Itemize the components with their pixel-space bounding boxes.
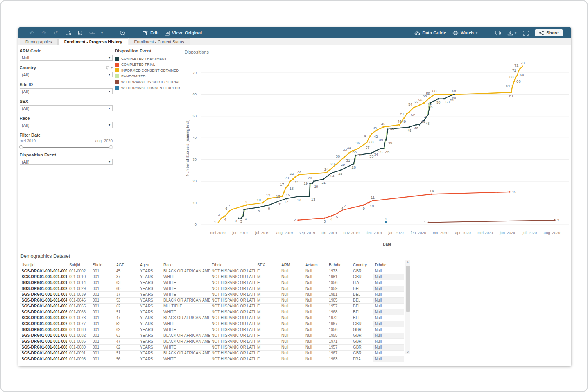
table-row[interactable]: SGS-DRG01-001-001-0014001-001400163YEARS… [20,280,404,286]
edit-button[interactable]: Edit [143,31,159,36]
redo-icon[interactable]: ↷ [41,30,47,36]
data-point-completed-treatment[interactable] [240,217,242,219]
data-point-informed-consent-obtained[interactable] [231,209,233,210]
data-point-informed-consent-obtained[interactable] [283,191,285,193]
fullscreen-icon[interactable] [523,30,529,36]
table-row[interactable]: SGS-DRG01-001-001-0077001-007700152YEARS… [20,321,404,327]
data-point-informed-consent-obtained[interactable] [511,92,512,93]
data-point-completed-treatment[interactable] [419,124,420,126]
data-point-informed-consent-obtained[interactable] [403,117,405,119]
data-point-completed-treatment[interactable] [448,96,449,97]
column-header-ageu[interactable]: Ageu [138,262,161,268]
table-row[interactable]: SGS-DRG01-001-001-0029001-002900160YEARS… [20,286,404,292]
tab-enrollment-progress-history[interactable]: Enrollment - Progress History [58,38,128,45]
scroll-up-icon[interactable]: ∧ [405,260,410,264]
data-point-informed-consent-obtained[interactable] [285,187,287,189]
comment-icon[interactable] [495,30,501,36]
data-point-completed-treatment[interactable] [332,172,333,173]
data-point-completed-treatment[interactable] [380,148,381,149]
filter-country-dropdown[interactable]: (All)▾ [20,72,113,77]
data-point-informed-consent-obtained[interactable] [515,76,517,78]
data-point-informed-consent-obtained[interactable] [382,126,384,128]
data-point-withdrawal-by-subject-trial[interactable] [428,222,429,223]
data-point-informed-consent-obtained[interactable] [522,65,523,67]
table-row[interactable]: SGS-DRG01-001-001-0073001-007300147YEARS… [20,315,404,321]
data-point-informed-consent-obtained[interactable] [518,70,520,72]
data-point-completed-treatment[interactable] [355,155,356,156]
data-point-completed-trial[interactable] [372,200,373,201]
chevron-down-icon[interactable]: ▾ [111,66,113,70]
data-point-completed-treatment[interactable] [433,100,435,102]
data-point-completed-trial[interactable] [331,215,332,217]
data-point-informed-consent-obtained[interactable] [428,98,429,100]
data-point-completed-trial[interactable] [344,209,346,210]
data-point-informed-consent-obtained[interactable] [326,172,327,173]
data-point-informed-consent-obtained[interactable] [341,159,342,160]
data-point-informed-consent-obtained[interactable] [363,144,365,145]
data-point-completed-treatment[interactable] [309,183,311,184]
data-point-informed-consent-obtained[interactable] [292,178,294,180]
data-guide-button[interactable]: Data Guide [414,31,446,36]
tab-enrollment-current-status[interactable]: Enrollment - Current Status [129,38,190,45]
data-point-informed-consent-obtained[interactable] [246,204,247,206]
funnel-icon[interactable] [105,66,109,70]
table-row[interactable]: SGS-DRG01-001-001-0086001-008600147YEARS… [20,339,404,345]
refresh-data-icon[interactable] [65,30,71,36]
scrollbar-thumb[interactable] [406,266,410,312]
data-point-completed-treatment[interactable] [353,163,355,165]
metrics-gauge-icon[interactable] [120,30,126,36]
data-point-informed-consent-obtained[interactable] [348,152,350,154]
data-point-informed-consent-obtained[interactable] [434,94,435,95]
data-point-completed-treatment[interactable] [409,126,410,128]
revert-icon[interactable]: ↺ [53,30,59,36]
data-point-completed-trial[interactable] [363,204,364,206]
data-point-completed-treatment[interactable] [238,217,239,219]
data-point-informed-consent-obtained[interactable] [513,81,515,82]
data-point-informed-consent-obtained[interactable] [294,176,296,178]
column-header-country[interactable]: Country [351,262,373,268]
tab-demographics[interactable]: Demographics [20,38,58,45]
legend-item-withdrawal-by-subject-trial[interactable]: WITHDRAWAL BY SUBJECT TRIAL [115,79,181,85]
table-row[interactable]: SGS-DRG01-001-001-0046001-004600153YEARS… [20,298,404,304]
legend-item-completed-trial[interactable]: COMPLETED TRIAL [115,61,181,67]
data-point-informed-consent-obtained[interactable] [289,180,291,182]
data-point-completed-trial[interactable] [324,217,326,219]
download-button[interactable]: ▾ [507,31,516,36]
view-original-button[interactable]: View: Original [165,31,202,36]
data-point-informed-consent-obtained[interactable] [371,133,373,134]
column-header-arm[interactable]: ARM [280,262,303,268]
column-header-sex[interactable]: SEX [255,262,280,268]
legend-item-informed-consent-obtained[interactable]: INFORMED CONSENT OBTAINED [115,67,181,73]
data-point-informed-consent-obtained[interactable] [344,156,345,158]
data-point-informed-consent-obtained[interactable] [262,202,263,204]
data-point-completed-treatment[interactable] [453,94,455,95]
watch-button[interactable]: Watch ▾ [452,31,477,35]
data-point-informed-consent-obtained[interactable] [287,185,289,186]
data-point-informed-consent-obtained[interactable] [399,124,400,126]
data-point-informed-consent-obtained[interactable] [431,96,432,97]
column-header-siteid[interactable]: Siteid [91,262,114,268]
table-row[interactable]: SGS-DRG01-001-001-0002001-000200145YEARS… [20,268,404,274]
data-point-informed-consent-obtained[interactable] [281,196,283,197]
series-line-completed-treatment[interactable] [238,94,454,218]
date-range-slider[interactable] [21,147,111,148]
data-point-informed-consent-obtained[interactable] [366,141,368,143]
column-header-dthdtc[interactable]: Dthdtc [373,262,404,268]
data-point-informed-consent-obtained[interactable] [336,163,338,165]
data-point-informed-consent-obtained[interactable] [423,102,425,104]
data-point-completed-trial[interactable] [368,202,369,204]
filter-sex-dropdown[interactable]: (All)▾ [20,105,113,111]
share-button[interactable]: Share [535,29,563,36]
data-point-completed-treatment[interactable] [340,170,341,171]
table-row[interactable]: SGS-DRG01-001-001-0039001-003900137YEARS… [20,292,404,298]
data-point-completed-treatment[interactable] [268,204,270,206]
data-point-completed-treatment[interactable] [375,150,377,152]
data-point-completed-treatment[interactable] [386,139,387,141]
slider-handle-end[interactable] [109,145,113,149]
series-line-withdrawal-by-subject-trial[interactable] [428,220,555,223]
scroll-down-icon[interactable]: ∨ [405,350,410,354]
link-caret-down-icon[interactable]: ▾ [101,31,103,35]
data-point-informed-consent-obtained[interactable] [406,113,407,115]
dispositions-chart[interactable]: Dispositions 010203040506070mei 2019jun.… [183,47,570,252]
data-point-informed-consent-obtained[interactable] [520,68,521,69]
